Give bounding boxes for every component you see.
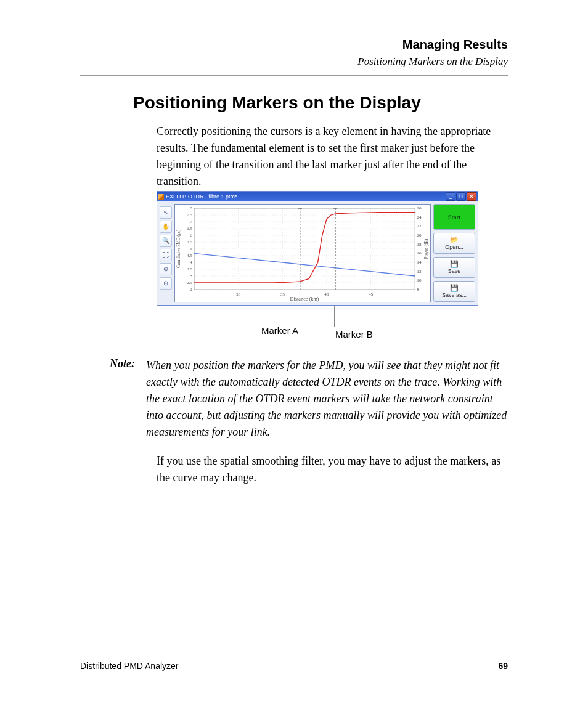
svg-text:10: 10: [417, 278, 422, 283]
left-toolbar: ↖ ✋ 🔍 ⛶ ⊕ ⊖: [160, 204, 172, 302]
svg-text:4: 4: [190, 260, 192, 265]
save-as-icon: 💾: [450, 285, 459, 291]
zoom-out-icon[interactable]: ⊖: [160, 277, 172, 290]
close-button[interactable]: ✕: [467, 192, 476, 201]
svg-text:7.5: 7.5: [187, 213, 192, 217]
svg-text:3: 3: [190, 274, 192, 278]
svg-text:3.5: 3.5: [187, 267, 192, 272]
svg-text:26: 26: [417, 206, 422, 211]
svg-text:18: 18: [417, 242, 422, 247]
note-block: Note: When you position the markers for …: [110, 357, 508, 440]
header-rule: [80, 75, 508, 76]
callout-line-a: [295, 306, 295, 323]
svg-text:5.5: 5.5: [187, 240, 192, 245]
minimize-button[interactable]: _: [446, 192, 455, 201]
maximize-button[interactable]: □: [456, 192, 466, 201]
save-button[interactable]: 💾Save: [433, 257, 475, 278]
svg-text:7: 7: [190, 219, 192, 224]
zoom-window-icon[interactable]: ⛶: [160, 249, 172, 261]
callout-marker-a: Marker A: [261, 325, 298, 336]
svg-text:5: 5: [190, 246, 192, 251]
svg-text:30: 30: [236, 292, 241, 297]
pointer-icon[interactable]: ↖: [160, 206, 172, 219]
window-titlebar: EXFO P-OTDR - fibre 1.ptrc* _ □ ✕: [157, 192, 478, 201]
screenshot-figure: EXFO P-OTDR - fibre 1.ptrc* _ □ ✕ ↖ ✋ 🔍 …: [157, 191, 478, 343]
trace-chart[interactable]: 22.533.544.555.566.577.58810121416182022…: [174, 204, 431, 302]
svg-text:40: 40: [324, 292, 329, 297]
app-window: EXFO P-OTDR - fibre 1.ptrc* _ □ ✕ ↖ ✋ 🔍 …: [157, 191, 478, 306]
svg-text:8: 8: [417, 287, 419, 292]
svg-text:6: 6: [190, 233, 192, 238]
svg-text:4.5: 4.5: [187, 253, 192, 258]
svg-text:Power (dB): Power (dB): [424, 238, 429, 259]
callout-marker-b: Marker B: [335, 329, 373, 339]
app-icon: [158, 194, 164, 200]
svg-text:12: 12: [417, 269, 422, 274]
svg-text:45: 45: [369, 292, 374, 297]
svg-text:8: 8: [190, 206, 192, 211]
zoom-in-icon[interactable]: ⊕: [160, 263, 172, 275]
svg-text:14: 14: [417, 260, 422, 265]
open-button[interactable]: 📂Open...: [433, 233, 475, 254]
hand-icon[interactable]: ✋: [160, 221, 172, 233]
page-title: Positioning Markers on the Display: [133, 92, 421, 113]
callout-line-b: [334, 306, 335, 327]
footer-page: 69: [498, 661, 508, 671]
svg-text:Distance (km): Distance (km): [290, 296, 319, 302]
svg-text:2: 2: [190, 287, 192, 292]
zoom-icon[interactable]: 🔍: [160, 235, 172, 247]
save-icon: 💾: [450, 261, 459, 267]
svg-text:24: 24: [417, 215, 422, 220]
svg-text:22: 22: [417, 224, 422, 229]
svg-text:2.5: 2.5: [187, 280, 192, 285]
note-text: When you position the markers for the PM…: [146, 357, 508, 440]
window-title: EXFO P-OTDR - fibre 1.ptrc*: [166, 193, 237, 200]
start-button[interactable]: Start: [433, 204, 475, 230]
svg-text:20: 20: [417, 233, 422, 238]
right-sidebar: Start 📂Open... 💾Save 💾Save as...: [433, 204, 475, 302]
running-head-section: Positioning Markers on the Display: [357, 55, 508, 68]
footer-product: Distributed PMD Analyzer: [80, 661, 179, 671]
page-footer: Distributed PMD Analyzer 69: [80, 661, 508, 671]
after-note-paragraph: If you use the spatial smoothing filter,…: [157, 453, 508, 486]
running-head-chapter: Managing Results: [357, 37, 508, 52]
svg-text:16: 16: [417, 251, 422, 256]
note-label: Note:: [110, 357, 135, 440]
save-as-button[interactable]: 💾Save as...: [433, 281, 475, 302]
folder-open-icon: 📂: [450, 237, 459, 243]
svg-text:35: 35: [280, 292, 285, 297]
svg-text:Cumulative PMD (ps): Cumulative PMD (ps): [176, 229, 181, 268]
intro-paragraph: Correctly positioning the cursors is a k…: [157, 123, 508, 190]
svg-text:6.5: 6.5: [187, 226, 192, 231]
